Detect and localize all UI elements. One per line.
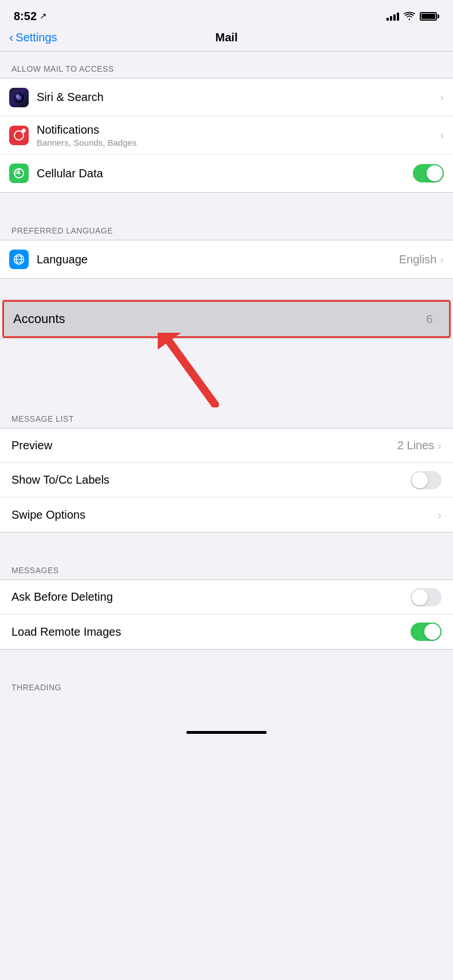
location-icon: ↗ — [40, 11, 47, 21]
siri-search-content: Siri & Search — [37, 91, 435, 104]
load-remote-images-knob — [424, 624, 440, 640]
preview-value: 2 Lines — [397, 439, 435, 452]
ask-before-deleting-toggle[interactable] — [411, 588, 442, 606]
ask-before-deleting-right[interactable] — [411, 588, 442, 606]
notifications-content: Notifications Banners, Sounds, Badges — [37, 123, 435, 147]
message-list-header: MESSAGE LIST — [0, 402, 453, 428]
cellular-data-item[interactable]: Cellular Data — [0, 154, 453, 192]
accounts-count: 6 — [426, 313, 432, 326]
language-chevron-icon: › — [440, 253, 444, 266]
notif-inner-icon — [13, 130, 25, 141]
swipe-options-item[interactable]: Swipe Options › — [0, 497, 453, 532]
back-label[interactable]: Settings — [15, 31, 57, 44]
svg-point-4 — [18, 172, 20, 174]
preferred-language-header: PREFERRED LANGUAGE — [0, 213, 453, 240]
show-tocc-label: Show To/Cc Labels — [11, 473, 411, 487]
ask-before-deleting-label: Ask Before Deleting — [11, 590, 411, 604]
language-icon — [9, 250, 29, 269]
show-tocc-toggle-knob — [412, 472, 428, 488]
notifications-label: Notifications — [37, 123, 435, 137]
threading-header: THREADING — [0, 670, 453, 697]
language-content: Language — [37, 253, 395, 266]
allow-mail-group: Siri & Search › Notifications Banners, S… — [0, 78, 453, 193]
show-tocc-right[interactable] — [411, 471, 442, 489]
load-remote-images-toggle[interactable] — [411, 623, 442, 641]
svg-line-9 — [169, 341, 215, 405]
siri-icon — [9, 88, 29, 107]
swipe-options-right: › — [438, 508, 442, 522]
notif-dot-icon — [22, 129, 26, 133]
notifications-right: › — [440, 129, 444, 142]
signal-bars-icon — [386, 11, 399, 21]
home-indicator — [186, 731, 267, 734]
red-arrow-icon — [158, 333, 226, 407]
siri-search-label: Siri & Search — [37, 91, 435, 104]
swipe-options-chevron-icon: › — [438, 508, 442, 522]
cellular-toggle[interactable] — [413, 164, 444, 182]
messages-header: MESSAGES — [0, 553, 453, 580]
accounts-item[interactable]: Accounts 6 › — [2, 300, 451, 338]
messages-group: Ask Before Deleting Load Remote Images — [0, 580, 453, 650]
spacer-1 — [0, 193, 453, 213]
swipe-options-label: Swipe Options — [11, 508, 438, 522]
preview-label: Preview — [11, 439, 397, 452]
language-label: Language — [37, 253, 395, 266]
spacer-2 — [0, 279, 453, 300]
show-tocc-item[interactable]: Show To/Cc Labels — [0, 463, 453, 497]
ask-before-deleting-knob — [412, 589, 428, 605]
siri-search-item[interactable]: Siri & Search › — [0, 79, 453, 116]
preview-right: 2 Lines › — [397, 439, 442, 452]
language-group: Language English › — [0, 240, 453, 279]
arrow-container — [0, 339, 453, 402]
status-bar: 8:52 ↗ — [0, 0, 453, 29]
accounts-chevron-icon: › — [436, 313, 440, 326]
notifications-icon — [9, 126, 29, 145]
cellular-toggle-knob — [427, 165, 443, 181]
load-remote-images-label: Load Remote Images — [11, 625, 411, 639]
siri-chevron-icon: › — [440, 91, 444, 104]
back-chevron-icon: ‹ — [9, 32, 13, 44]
spacer-4 — [0, 650, 453, 670]
cellular-content: Cellular Data — [37, 167, 408, 180]
accounts-label: Accounts — [13, 312, 426, 326]
notifications-item[interactable]: Notifications Banners, Sounds, Badges › — [0, 116, 453, 154]
message-list-group: Preview 2 Lines › Show To/Cc Labels Swip… — [0, 428, 453, 532]
page-title: Mail — [216, 31, 238, 44]
language-item[interactable]: Language English › — [0, 240, 453, 278]
accounts-section: Accounts 6 › — [0, 300, 453, 339]
cellular-icon — [9, 164, 29, 183]
show-tocc-toggle[interactable] — [411, 471, 442, 489]
siri-search-right: › — [440, 91, 444, 104]
bottom-spacer — [0, 697, 453, 731]
language-value: English — [399, 253, 437, 266]
load-remote-images-item[interactable]: Load Remote Images — [0, 615, 453, 649]
accounts-right: 6 › — [426, 313, 440, 326]
notifications-subtitle: Banners, Sounds, Badges — [37, 138, 435, 147]
notifications-chevron-icon: › — [440, 129, 444, 142]
status-time: 8:52 — [14, 10, 37, 23]
wifi-icon — [404, 11, 415, 21]
cellular-label: Cellular Data — [37, 167, 408, 180]
preview-chevron-icon: › — [438, 439, 442, 452]
battery-icon — [420, 12, 439, 21]
preview-item[interactable]: Preview 2 Lines › — [0, 429, 453, 463]
nav-bar: ‹ Settings Mail — [0, 29, 453, 52]
status-icons — [386, 11, 439, 21]
spacer-3 — [0, 532, 453, 553]
allow-mail-section-header: ALLOW MAIL TO ACCESS — [0, 52, 453, 78]
ask-before-deleting-item[interactable]: Ask Before Deleting — [0, 580, 453, 615]
cellular-right[interactable] — [413, 164, 444, 182]
load-remote-images-right[interactable] — [411, 623, 442, 641]
language-right: English › — [399, 253, 444, 266]
nav-back-button[interactable]: ‹ Settings — [9, 31, 57, 44]
